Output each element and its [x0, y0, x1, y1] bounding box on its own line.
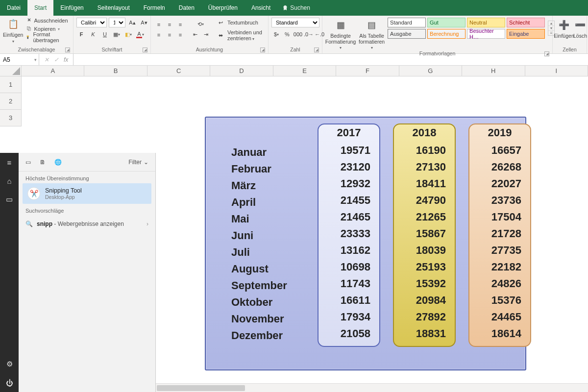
- border-button[interactable]: ▦: [112, 29, 122, 39]
- font-color-button[interactable]: A: [135, 29, 145, 39]
- tab-daten[interactable]: Daten: [172, 0, 201, 16]
- month-label: März: [231, 177, 287, 194]
- shrink-font-button[interactable]: A▾: [139, 18, 149, 27]
- percent-button[interactable]: %: [282, 29, 292, 39]
- align-center-button[interactable]: ≡: [165, 30, 174, 40]
- comma-button[interactable]: 000: [293, 29, 303, 39]
- fx-icon[interactable]: fx: [64, 56, 68, 63]
- cut-button[interactable]: Ausschneiden: [26, 17, 70, 24]
- home-icon[interactable]: ⌂: [0, 172, 19, 190]
- font-name-select[interactable]: Calibri: [76, 18, 107, 27]
- tab-datei[interactable]: Datei: [0, 0, 27, 16]
- apps-scope-icon[interactable]: ▭: [25, 159, 31, 166]
- data-value: 17504: [475, 209, 524, 225]
- column-header[interactable]: A: [22, 66, 84, 76]
- cell-style-option[interactable]: Ausgabe: [388, 29, 426, 39]
- wrap-text-button[interactable]: ↩Textumbruch: [216, 18, 265, 27]
- underline-button[interactable]: U: [100, 29, 110, 39]
- column-header[interactable]: D: [210, 66, 273, 76]
- filter-button[interactable]: Filter ⌄: [128, 159, 148, 166]
- web-scope-icon[interactable]: 🌐: [54, 159, 62, 166]
- cell-style-option[interactable]: Gut: [427, 18, 466, 27]
- insert-cells-button[interactable]: ➕Einfügen: [556, 18, 572, 39]
- tell-me-search[interactable]: Suchen: [277, 0, 315, 16]
- data-value: 21058: [324, 325, 373, 342]
- cell-style-option[interactable]: Berechnung: [427, 29, 466, 39]
- search-suggestion[interactable]: 🔍 snipp - Webergebnisse anzeigen ›: [19, 216, 155, 232]
- enter-icon[interactable]: ✓: [54, 56, 59, 63]
- cell-style-option[interactable]: Besuchter H…: [467, 29, 505, 39]
- bookmark-icon[interactable]: ▭: [0, 190, 19, 209]
- month-label: Dezember: [231, 327, 287, 344]
- increase-decimal-button[interactable]: .0→: [304, 29, 314, 39]
- delete-cells-button[interactable]: ➖Lösch: [573, 18, 587, 39]
- data-value: 22027: [475, 175, 524, 192]
- outdent-button[interactable]: ⇤: [190, 30, 200, 40]
- month-label: Oktober: [231, 294, 287, 311]
- dialog-launcher-icon[interactable]: ◢: [544, 51, 549, 56]
- align-left-button[interactable]: ≡: [154, 30, 164, 40]
- merge-center-button[interactable]: ⬌Verbinden und zentrieren: [216, 29, 265, 41]
- indent-button[interactable]: ⇥: [201, 30, 211, 40]
- data-value: 17934: [324, 309, 373, 325]
- orientation-button[interactable]: ⟲: [190, 20, 211, 29]
- cell-style-option[interactable]: Neutral: [467, 18, 505, 27]
- month-label: Januar: [231, 144, 287, 161]
- align-bottom-button[interactable]: ≡: [175, 20, 185, 29]
- cell-style-option[interactable]: Standard: [388, 18, 426, 27]
- italic-button[interactable]: K: [88, 29, 98, 39]
- dialog-launcher-icon[interactable]: ◢: [65, 48, 70, 52]
- grow-font-button[interactable]: A▴: [127, 18, 137, 27]
- dialog-launcher-icon[interactable]: ◢: [314, 48, 319, 52]
- documents-scope-icon[interactable]: 🗎: [40, 159, 46, 166]
- column-header[interactable]: C: [147, 66, 210, 76]
- tab-einfügen[interactable]: Einfügen: [53, 0, 90, 16]
- font-size-select[interactable]: 11: [109, 18, 125, 27]
- format-painter-button[interactable]: Format übertragen: [26, 33, 70, 41]
- dialog-launcher-icon[interactable]: ◢: [143, 48, 147, 52]
- name-box[interactable]: A5: [0, 54, 39, 65]
- row-header[interactable]: 2: [0, 93, 22, 110]
- bold-button[interactable]: F: [76, 29, 86, 39]
- search-result-snipping-tool[interactable]: ✂️ Snipping Tool Desktop-App: [23, 183, 151, 204]
- column-header[interactable]: H: [462, 66, 525, 76]
- data-value: 27130: [400, 159, 449, 175]
- tab-überprüfen[interactable]: Überprüfen: [201, 0, 245, 16]
- data-value: 21455: [324, 192, 373, 209]
- column-header[interactable]: G: [399, 66, 462, 76]
- align-right-button[interactable]: ≡: [175, 30, 185, 40]
- year-column-2019: 2019166572626822027237361750421728277352…: [468, 123, 531, 347]
- format-as-table-button[interactable]: ▤Als Tabelle formatieren: [359, 18, 385, 50]
- cell-styles-gallery[interactable]: StandardGutNeutralSchlechtAusgabeBerechn…: [388, 18, 545, 39]
- number-format-select[interactable]: Standard: [271, 18, 319, 27]
- column-header[interactable]: B: [84, 66, 147, 76]
- settings-icon[interactable]: ⚙: [0, 355, 19, 373]
- accounting-format-button[interactable]: $: [271, 29, 281, 39]
- power-icon[interactable]: ⏻: [0, 373, 19, 392]
- row-header[interactable]: 1: [0, 76, 22, 93]
- tab-ansicht[interactable]: Ansicht: [245, 0, 277, 16]
- cancel-icon[interactable]: ✕: [44, 56, 49, 63]
- tab-seitenlayout[interactable]: Seitenlayout: [91, 0, 137, 16]
- month-label: November: [231, 311, 287, 327]
- data-value: 27735: [475, 242, 524, 259]
- column-header[interactable]: E: [273, 66, 336, 76]
- data-value: 11743: [324, 275, 373, 292]
- tab-start[interactable]: Start: [27, 0, 53, 16]
- column-header[interactable]: I: [525, 66, 588, 76]
- data-value: 26268: [475, 159, 524, 175]
- fill-color-button[interactable]: ◧: [123, 29, 133, 39]
- column-header[interactable]: F: [336, 66, 399, 76]
- select-all-corner[interactable]: [0, 66, 22, 76]
- cell-style-option[interactable]: Eingabe: [507, 29, 545, 39]
- align-top-button[interactable]: ≡: [154, 20, 164, 29]
- align-middle-button[interactable]: ≡: [165, 20, 174, 29]
- cell-style-option[interactable]: Schlecht: [507, 18, 545, 27]
- horizontal-scrollbar[interactable]: [156, 383, 588, 392]
- paste-button[interactable]: 📋 Einfügen: [3, 17, 23, 44]
- dialog-launcher-icon[interactable]: ◢: [260, 48, 265, 52]
- tab-formeln[interactable]: Formeln: [137, 0, 172, 16]
- row-header[interactable]: 3: [0, 110, 22, 126]
- conditional-formatting-button[interactable]: ▦Bedingte Formatierung: [325, 18, 356, 50]
- hamburger-icon[interactable]: ≡: [0, 153, 19, 172]
